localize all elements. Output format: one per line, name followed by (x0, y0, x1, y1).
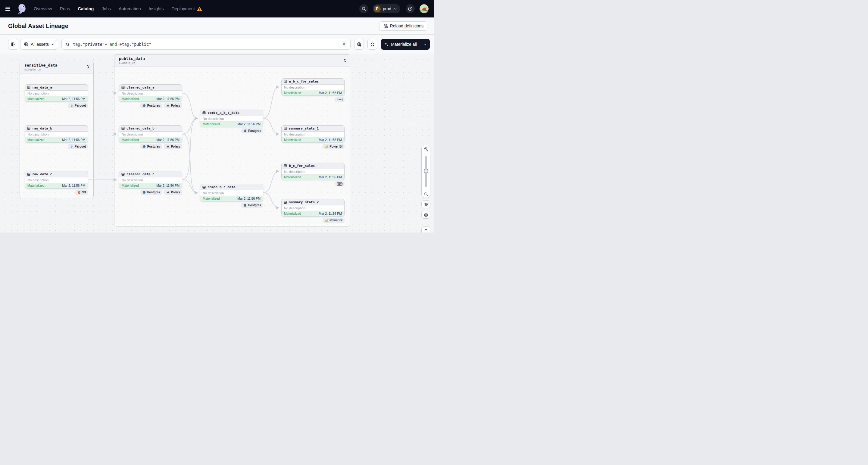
graph-settings-button[interactable] (421, 200, 430, 208)
collapse-group-icon[interactable] (343, 58, 347, 62)
kind-badge-polars[interactable]: Polars (164, 190, 182, 195)
asset-description: No description (25, 91, 88, 96)
status-timestamp: Mar 2, 11:56 PM (319, 175, 342, 179)
nav-link-catalog[interactable]: Catalog (78, 6, 94, 11)
postgres-icon (143, 104, 146, 107)
asset-kind-badges: Postgres Polars (119, 190, 182, 195)
page-header: Global Asset Lineage Reload definitions (0, 18, 434, 35)
asset-node-raw-data-a[interactable]: raw_data_a No description MaterializedMa… (25, 84, 88, 102)
hamburger-menu-button[interactable] (5, 5, 13, 13)
dagster-logo-icon[interactable] (16, 3, 28, 14)
help-button[interactable] (406, 4, 415, 13)
nav-link-automation[interactable]: Automation (119, 6, 141, 11)
asset-node-cleaned-data-c[interactable]: cleaned_data_c No description Materializ… (119, 171, 182, 189)
nav-link-deployment[interactable]: Deployment (172, 6, 202, 11)
asset-node-header: cleaned_data_c (119, 172, 182, 177)
user-avatar[interactable] (420, 4, 429, 13)
kind-badge-parquet[interactable]: Parquet (68, 144, 88, 149)
collapse-group-icon[interactable] (86, 65, 90, 69)
asset-node-summary-stats-2[interactable]: summary_stats_2 No description Materiali… (281, 199, 345, 217)
expand-bottom-panel-button[interactable] (421, 226, 430, 232)
polars-icon (166, 104, 169, 107)
kind-badge-postgres[interactable]: Postgres (141, 144, 162, 149)
group-header[interactable]: sensitive_data example_co (20, 61, 93, 73)
view-scope-button[interactable] (354, 39, 364, 50)
postgres-icon (143, 191, 146, 194)
kind-badge-csv[interactable]: csv (335, 181, 345, 186)
global-search-button[interactable] (359, 4, 368, 13)
navbar-right: P prod (359, 4, 429, 13)
asset-kind-badges: Power BI (281, 144, 345, 149)
kind-badge-csv[interactable]: csv (335, 97, 345, 102)
parquet-icon (70, 104, 73, 107)
postgres-icon (243, 129, 247, 133)
asset-node-summary-stats-1[interactable]: summary_stats_1 No description Materiali… (281, 125, 345, 143)
asset-kind-badges: Postgres (200, 128, 263, 133)
asset-node-raw-data-b[interactable]: raw_data_b No description MaterializedMa… (25, 125, 88, 143)
zoom-in-button[interactable] (422, 145, 430, 153)
asset-node-b-c-for-sales[interactable]: b_c_for_sales No description Materialize… (281, 163, 345, 180)
asset-node-raw-data-c[interactable]: raw_data_c No description MaterializedMa… (25, 171, 88, 189)
status-label: Materialized (284, 212, 301, 215)
asset-node-cleaned-data-a[interactable]: cleaned_data_a No description Materializ… (119, 84, 182, 102)
asset-node-header: cleaned_data_a (119, 85, 182, 91)
toggle-sidebar-button[interactable] (8, 39, 19, 50)
asset-status-row: MaterializedMar 2, 11:56 PM (119, 137, 182, 143)
nav-link-runs[interactable]: Runs (60, 6, 70, 11)
group-header[interactable]: public_data example_co (115, 55, 350, 67)
kind-badge-polars[interactable]: Polars (164, 103, 182, 108)
nav-link-overview[interactable]: Overview (34, 6, 52, 11)
refresh-graph-button[interactable] (367, 39, 377, 50)
kind-badge-polars[interactable]: Polars (164, 144, 182, 149)
kind-badge-postgres[interactable]: Postgres (241, 128, 263, 133)
kind-badge-powerbi[interactable]: Power BI (322, 144, 345, 149)
nav-link-insights[interactable]: Insights (149, 6, 163, 11)
s3-icon (78, 191, 81, 194)
status-label: Materialized (284, 91, 301, 95)
asset-description: No description (119, 91, 182, 96)
page-title: Global Asset Lineage (8, 23, 68, 30)
status-label: Materialized (203, 122, 220, 126)
asset-node-header: cleaned_data_b (119, 126, 182, 132)
materialize-all-button[interactable]: Materialize all (381, 39, 420, 50)
zoom-controls (421, 145, 430, 198)
status-label: Materialized (27, 138, 44, 142)
nav-link-jobs[interactable]: Jobs (101, 6, 111, 11)
avatar-bird-illustration (420, 4, 429, 13)
status-timestamp: Mar 2, 11:56 PM (156, 97, 180, 101)
lineage-canvas[interactable]: sensitive_data example_co public_data ex… (0, 54, 434, 232)
download-graph-button[interactable] (421, 211, 430, 219)
kind-badge-postgres[interactable]: Postgres (141, 103, 162, 108)
asset-node-a-b-c-for-sales[interactable]: a_b_c_for_sales No description Materiali… (281, 78, 345, 96)
table-icon (284, 200, 287, 204)
globe-icon (24, 42, 29, 47)
kind-badge-parquet[interactable]: Parquet (68, 103, 88, 108)
materialize-options-button[interactable] (420, 39, 430, 50)
table-icon (121, 173, 125, 176)
table-icon (121, 127, 125, 130)
asset-description: No description (282, 206, 344, 211)
kind-badge-postgres[interactable]: Postgres (241, 203, 263, 208)
asset-kind-badges: Postgres Polars (119, 144, 182, 149)
deployment-switcher[interactable]: P prod (373, 4, 400, 13)
postgres-icon (143, 145, 146, 149)
open-panel-icon (11, 42, 16, 47)
kind-badge-s3[interactable]: S3 (75, 190, 88, 195)
zoom-slider-knob[interactable] (424, 169, 428, 173)
zoom-out-button[interactable] (422, 190, 430, 197)
zoom-slider[interactable] (422, 153, 430, 190)
asset-node-combo-b-c-data[interactable]: combo_b_c_data No description Materializ… (200, 184, 263, 202)
reload-definitions-button[interactable]: Reload definitions (379, 21, 427, 31)
asset-node-cleaned-data-b[interactable]: cleaned_data_b No description Materializ… (119, 125, 182, 143)
asset-node-combo-a-b-c-data[interactable]: combo_a_b_c_data No description Material… (200, 110, 263, 127)
clear-filter-button[interactable] (341, 41, 347, 48)
asset-scope-dropdown[interactable]: All assets (20, 39, 58, 50)
kind-badge-postgres[interactable]: Postgres (141, 190, 162, 195)
deployment-name: prod (383, 6, 391, 11)
status-label: Materialized (122, 138, 139, 142)
status-timestamp: Mar 2, 11:56 PM (319, 138, 342, 142)
kind-badge-powerbi[interactable]: Power BI (322, 218, 345, 223)
asset-node-header: combo_b_c_data (200, 184, 263, 190)
asset-filter-input[interactable]: tag:"private"+ and +tag:"public" (61, 39, 350, 50)
help-icon (408, 6, 413, 11)
